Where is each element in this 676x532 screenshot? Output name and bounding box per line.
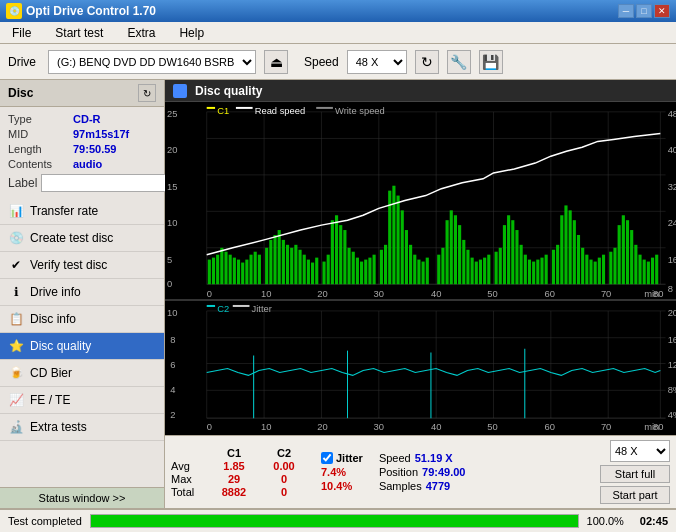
svg-rect-76	[479, 260, 482, 285]
svg-text:Jitter: Jitter	[252, 304, 272, 314]
svg-text:4: 4	[170, 386, 175, 396]
svg-rect-115	[651, 258, 654, 285]
svg-rect-44	[335, 215, 338, 284]
close-button[interactable]: ✕	[654, 4, 670, 18]
maximize-button[interactable]: □	[636, 4, 652, 18]
svg-rect-37	[303, 255, 306, 285]
disc-type-row: Type CD-R	[8, 113, 156, 125]
menubar: File Start test Extra Help	[0, 22, 676, 44]
svg-rect-23	[241, 263, 244, 285]
svg-text:C1: C1	[217, 106, 229, 116]
samples-row: Samples 4779	[379, 480, 466, 492]
speed-selector[interactable]: 48 X	[347, 50, 407, 74]
nav-cd-bier[interactable]: 🍺 CD Bier	[0, 360, 164, 387]
nav-transfer-rate[interactable]: 📊 Transfer rate	[0, 198, 164, 225]
svg-rect-40	[315, 258, 318, 285]
svg-rect-21	[233, 258, 236, 285]
svg-rect-72	[462, 240, 465, 284]
jitter-checkbox[interactable]	[321, 452, 333, 464]
svg-rect-114	[647, 262, 650, 285]
svg-text:60: 60	[545, 422, 555, 432]
nav-disc-quality[interactable]: ⭐ Disc quality	[0, 333, 164, 360]
svg-text:24 X: 24 X	[668, 218, 676, 228]
svg-rect-43	[331, 220, 334, 284]
titlebar-left: 💿 Opti Drive Control 1.70	[6, 3, 156, 19]
start-part-button[interactable]: Start part	[600, 486, 670, 504]
disc-refresh-button[interactable]: ↻	[138, 84, 156, 102]
svg-text:8: 8	[170, 335, 175, 345]
c2-avg-value: 0.00	[259, 460, 309, 472]
svg-rect-57	[392, 186, 395, 285]
svg-text:10: 10	[167, 308, 177, 318]
test-speed-selector[interactable]: 48 X	[610, 440, 670, 462]
svg-rect-116	[655, 255, 658, 285]
nav-extra-tests-label: Extra tests	[30, 420, 87, 434]
svg-rect-47	[348, 248, 351, 284]
eject-button[interactable]: ⏏	[264, 50, 288, 74]
nav-extra-tests[interactable]: 🔬 Extra tests	[0, 414, 164, 441]
svg-text:50: 50	[487, 289, 497, 299]
svg-rect-18	[220, 248, 223, 284]
start-full-button[interactable]: Start full	[600, 465, 670, 483]
drive-selector[interactable]: (G:) BENQ DVD DD DW1640 BSRB	[48, 50, 256, 74]
svg-rect-100	[585, 255, 588, 285]
svg-text:50: 50	[487, 422, 497, 432]
config-button[interactable]: 🔧	[447, 50, 471, 74]
speed-pos-samples: Speed 51.19 X Position 79:49.00 Samples …	[379, 452, 466, 492]
svg-text:Write speed: Write speed	[335, 106, 385, 116]
svg-rect-69	[450, 210, 453, 284]
c2-chart-svg: 10 8 6 4 2 20% 16% 12% 8% 4% 0 10 20 30	[165, 301, 676, 435]
contents-label: Contents	[8, 158, 73, 170]
svg-text:16 X: 16 X	[668, 255, 676, 265]
refresh-button[interactable]: ↻	[415, 50, 439, 74]
nav-verify-test-disc[interactable]: ✔ Verify test disc	[0, 252, 164, 279]
svg-text:6: 6	[170, 361, 175, 371]
label-input[interactable]	[41, 174, 185, 192]
disc-info-icon: 📋	[8, 311, 24, 327]
svg-rect-97	[573, 220, 576, 284]
svg-rect-68	[446, 220, 449, 284]
svg-rect-27	[258, 255, 261, 285]
svg-rect-185	[233, 305, 250, 307]
svg-rect-42	[327, 255, 330, 285]
nav-drive-info-label: Drive info	[30, 285, 81, 299]
svg-rect-78	[487, 255, 490, 285]
nav-fe-te[interactable]: 📈 FE / TE	[0, 387, 164, 414]
nav-create-test-disc[interactable]: 💿 Create test disc	[0, 225, 164, 252]
menu-start-test[interactable]: Start test	[47, 24, 111, 42]
svg-rect-20	[229, 255, 232, 285]
jitter-max-value: 10.4%	[321, 480, 352, 492]
progress-bar	[91, 515, 578, 527]
mid-value: 97m15s17f	[73, 128, 129, 140]
svg-text:Read speed: Read speed	[255, 106, 306, 116]
jitter-header: Jitter	[321, 452, 363, 464]
svg-rect-82	[507, 215, 510, 284]
samples-value: 4779	[426, 480, 450, 492]
stats-table: C1 C2 Avg 1.85 0.00 Max 29 0 Total 8882 …	[171, 447, 309, 498]
nav-disc-info[interactable]: 📋 Disc info	[0, 306, 164, 333]
svg-text:40: 40	[431, 422, 441, 432]
disc-length-row: Length 79:50.59	[8, 143, 156, 155]
svg-rect-104	[602, 255, 605, 285]
menu-extra[interactable]: Extra	[119, 24, 163, 42]
svg-rect-99	[581, 248, 584, 284]
svg-text:60: 60	[545, 289, 555, 299]
svg-text:8 X: 8 X	[668, 284, 676, 294]
nav-drive-info[interactable]: ℹ Drive info	[0, 279, 164, 306]
speed-row: Speed 51.19 X	[379, 452, 466, 464]
svg-rect-53	[373, 255, 376, 285]
menu-file[interactable]: File	[4, 24, 39, 42]
svg-text:20: 20	[317, 422, 327, 432]
svg-text:20%: 20%	[668, 308, 676, 318]
nav-fe-te-label: FE / TE	[30, 393, 70, 407]
c1-chart-svg: 25 20 15 10 5 0 48 X 40 X 32 X 24 X 16 X…	[165, 102, 676, 299]
jitter-avg-value: 7.4%	[321, 466, 346, 478]
right-panel: Disc quality	[165, 80, 676, 508]
save-button[interactable]: 💾	[479, 50, 503, 74]
svg-rect-83	[511, 220, 514, 284]
status-window-button[interactable]: Status window >>	[0, 487, 164, 508]
menu-help[interactable]: Help	[171, 24, 212, 42]
minimize-button[interactable]: ─	[618, 4, 634, 18]
svg-rect-96	[569, 210, 572, 284]
svg-rect-31	[278, 230, 281, 284]
